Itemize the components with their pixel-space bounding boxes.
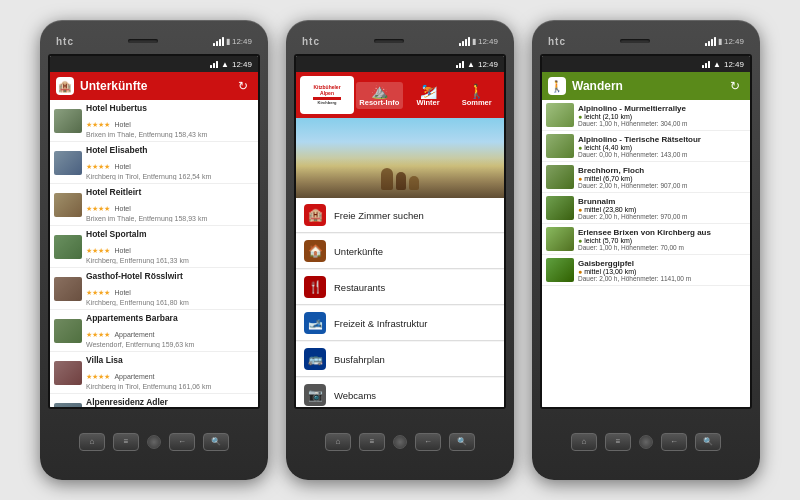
hotel-info: Hotel Elisabeth ★★★★ Hotel Kirchberg in … xyxy=(86,145,254,180)
signal-bars-3 xyxy=(705,37,716,46)
sb2-3 xyxy=(465,39,467,46)
phone-2-brand: htc xyxy=(302,36,320,47)
status-bar-2: ▲ 12:49 xyxy=(296,56,504,72)
hotel-distance: Brixen im Thale, Entfernung 158,93 km xyxy=(86,215,254,222)
menu-item-label: Restaurants xyxy=(334,282,385,293)
hotel-info: Appartements Barbara ★★★★ Appartement We… xyxy=(86,313,254,348)
back-btn-1[interactable]: ← xyxy=(169,433,195,451)
hotel-item[interactable]: Appartements Barbara ★★★★ Appartement We… xyxy=(50,310,258,352)
hike-thumb xyxy=(546,227,574,251)
difficulty-label: leicht (4,40 km) xyxy=(584,144,632,151)
home-btn-3[interactable]: ⌂ xyxy=(571,433,597,451)
hotel-stars: ★★★★ xyxy=(86,331,110,338)
menu-item-icon: 🎿 xyxy=(304,312,326,334)
back-btn-3[interactable]: ← xyxy=(661,433,687,451)
tab-resort-info[interactable]: ⛰️ Resort-Info xyxy=(356,82,403,109)
phone-1-brand: htc xyxy=(56,36,74,47)
hike-name: Brechhorn, Floch xyxy=(578,166,746,175)
hike-list: Alpinolino - Murmeltierrallye ● leicht (… xyxy=(542,100,750,407)
status-bar-content-1: ▲ 12:49 xyxy=(210,60,252,69)
hotel-thumb xyxy=(54,319,82,343)
difficulty-dot: ● xyxy=(578,144,582,151)
tab-winter-label: Winter xyxy=(416,98,439,107)
hotel-distance: Westendorf, Entfernung 159,63 km xyxy=(86,341,254,348)
difficulty-label: mittel (6,70 km) xyxy=(584,175,632,182)
hike-difficulty-row: ● leicht (5,70 km) xyxy=(578,237,746,244)
hike-item[interactable]: Alpinolino - Tierische Rätseltour ● leic… xyxy=(542,131,750,162)
hotel-item[interactable]: Hotel Elisabeth ★★★★ Hotel Kirchberg in … xyxy=(50,142,258,184)
home-btn-2[interactable]: ⌂ xyxy=(325,433,351,451)
hike-item[interactable]: Alpinolino - Murmeltierrallye ● leicht (… xyxy=(542,100,750,131)
hike-detail: Dauer: 1,00 h, Höhenmeter: 70,00 m xyxy=(578,244,746,251)
phone-2-bottom: ⌂ ≡ ← 🔍 xyxy=(292,409,508,470)
menu-btn-1[interactable]: ≡ xyxy=(113,433,139,451)
hotel-distance: Kirchberg in Tirol, Entfernung 162,54 km xyxy=(86,173,254,180)
hotel-type: Hotel xyxy=(114,163,130,170)
resort-tabs: ⛰️ Resort-Info ⛷️ Winter 🚶 Sommer xyxy=(356,82,500,109)
hotel-distance: Kirchberg, Entfernung 161,33 km xyxy=(86,257,254,264)
trackpad-1[interactable] xyxy=(147,435,161,449)
menu-btn-3[interactable]: ≡ xyxy=(605,433,631,451)
hike-item[interactable]: Brechhorn, Floch ● mittel (6,70 km) Daue… xyxy=(542,162,750,193)
hike-item[interactable]: Gaisberggipfel ● mittel (13,00 km) Dauer… xyxy=(542,255,750,286)
phone-3-speaker xyxy=(620,39,650,43)
menu-item[interactable]: 🏨 Freie Zimmer suchen xyxy=(296,198,504,233)
hike-info: Brechhorn, Floch ● mittel (6,70 km) Daue… xyxy=(578,166,746,189)
home-btn-1[interactable]: ⌂ xyxy=(79,433,105,451)
menu-item[interactable]: 🚌 Busfahrplan xyxy=(296,342,504,377)
hotel-type: Hotel xyxy=(114,121,130,128)
difficulty-dot: ● xyxy=(578,206,582,213)
menu-icon-symbol: 🚌 xyxy=(308,352,323,366)
hotel-name: Villa Lisa xyxy=(86,355,254,365)
back-btn-2[interactable]: ← xyxy=(415,433,441,451)
sb2-1 xyxy=(459,43,461,46)
hotel-stars-row: ★★★★ Hotel xyxy=(86,239,254,257)
signal-bars-2 xyxy=(459,37,470,46)
hotel-stars: ★★★★ xyxy=(86,205,110,212)
hike-name: Brunnalm xyxy=(578,197,746,206)
hike-detail: Dauer: 0,00 h, Höhenmeter: 143,00 m xyxy=(578,151,746,158)
hotel-type: Hotel xyxy=(114,247,130,254)
menu-item-label: Freie Zimmer suchen xyxy=(334,210,424,221)
hotel-item[interactable]: Hotel Sportalm ★★★★ Hotel Kirchberg, Ent… xyxy=(50,226,258,268)
search-btn-2[interactable]: 🔍 xyxy=(449,433,475,451)
status-wifi-2: ▲ xyxy=(467,60,475,69)
sb3-1 xyxy=(705,43,707,46)
tab-winter[interactable]: ⛷️ Winter xyxy=(405,82,452,109)
tab-sommer-label: Sommer xyxy=(462,98,492,107)
menu-item[interactable]: 🍴 Restaurants xyxy=(296,270,504,305)
difficulty-label: mittel (13,00 km) xyxy=(584,268,636,275)
hotel-item[interactable]: Alpenresidenz Adler ★★★★ Hotel Kirchberg… xyxy=(50,394,258,407)
menu-btn-2[interactable]: ≡ xyxy=(359,433,385,451)
hotel-item[interactable]: Hotel Hubertus ★★★★ Hotel Brixen im Thal… xyxy=(50,100,258,142)
tab-sommer[interactable]: 🚶 Sommer xyxy=(453,82,500,109)
trackpad-2[interactable] xyxy=(393,435,407,449)
hotel-stars-row: ★★★★ Hotel xyxy=(86,155,254,173)
menu-item[interactable]: 📷 Webcams xyxy=(296,378,504,407)
refresh-button-1[interactable]: ↻ xyxy=(234,77,252,95)
search-btn-3[interactable]: 🔍 xyxy=(695,433,721,451)
refresh-button-3[interactable]: ↻ xyxy=(726,77,744,95)
sommer-icon: 🚶 xyxy=(468,84,485,98)
hotel-item[interactable]: Hotel Reitleirt ★★★★ Hotel Brixen im Tha… xyxy=(50,184,258,226)
menu-item-icon: 🍴 xyxy=(304,276,326,298)
hike-item[interactable]: Brunnalm ● mittel (23,80 km) Dauer: 2,00… xyxy=(542,193,750,224)
hotel-item[interactable]: Gasthof-Hotel Rösslwirt ★★★★ Hotel Kirch… xyxy=(50,268,258,310)
hotel-thumb xyxy=(54,151,82,175)
status-time-3: 12:49 xyxy=(724,60,744,69)
winter-icon: ⛷️ xyxy=(420,84,437,98)
hotel-stars: ★★★★ xyxy=(86,121,110,128)
hike-item[interactable]: Erlensee Brixen von Kirchberg aus ● leic… xyxy=(542,224,750,255)
hotel-item[interactable]: Villa Lisa ★★★★ Appartement Kirchberg in… xyxy=(50,352,258,394)
hike-difficulty-row: ● leicht (2,10 km) xyxy=(578,113,746,120)
phone-2: htc ▮ 12:49 ▲ 12:49 xyxy=(286,20,514,480)
search-btn-1[interactable]: 🔍 xyxy=(203,433,229,451)
app-header-unterkunfte: 🏨 Unterkünfte ↻ xyxy=(50,72,258,100)
menu-item[interactable]: 🏠 Unterkünfte xyxy=(296,234,504,269)
trackpad-3[interactable] xyxy=(639,435,653,449)
hike-difficulty-row: ● mittel (6,70 km) xyxy=(578,175,746,182)
phone-3-brand: htc xyxy=(548,36,566,47)
menu-item[interactable]: 🎿 Freizeit & Infrastruktur xyxy=(296,306,504,341)
logo-line2: Alpen xyxy=(313,90,340,96)
wandern-title: Wandern xyxy=(572,79,726,93)
